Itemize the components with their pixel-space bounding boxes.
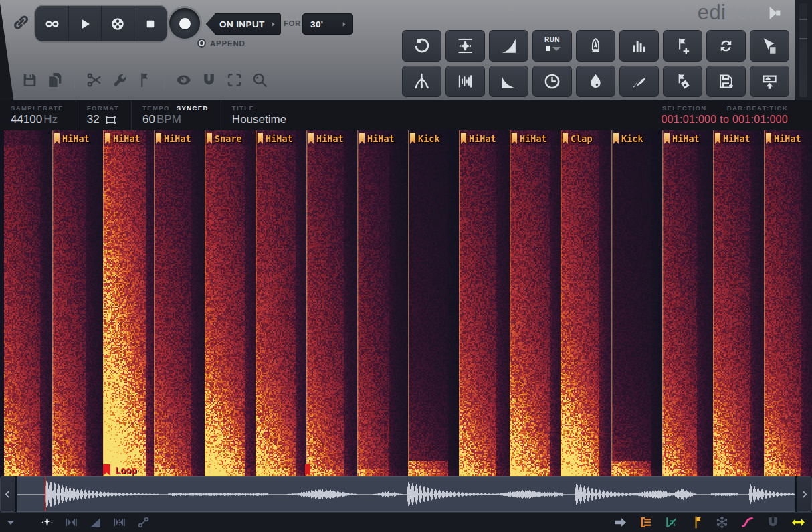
selection-label: SELECTION bbox=[662, 104, 707, 112]
region-marker-hihat[interactable]: HiHat bbox=[512, 133, 547, 144]
region-label: HiHat bbox=[723, 133, 750, 144]
region-marker-hihat[interactable]: HiHat bbox=[308, 133, 344, 144]
flag-button[interactable] bbox=[136, 72, 153, 88]
append-option[interactable]: APPEND bbox=[197, 39, 245, 48]
volume-slider[interactable] bbox=[795, 0, 812, 100]
slice-markers-icon bbox=[674, 72, 692, 90]
sample-title[interactable]: Housetime bbox=[232, 113, 286, 126]
region-marker-hihat[interactable]: HiHat bbox=[359, 133, 395, 144]
magnet-button[interactable] bbox=[201, 72, 217, 88]
edison-logo: edi son bbox=[698, 1, 784, 25]
resample-button[interactable] bbox=[706, 30, 746, 62]
run-script-button[interactable]: RUN bbox=[532, 30, 572, 62]
smooth-tool[interactable] bbox=[740, 515, 754, 529]
loop-flag-icon bbox=[103, 464, 110, 476]
marker-flag-icon bbox=[207, 133, 212, 144]
event-list[interactable] bbox=[639, 515, 653, 529]
loop-mode-button[interactable] bbox=[35, 6, 68, 41]
region-marker-hihat[interactable]: HiHat bbox=[715, 133, 750, 144]
region-marker-hihat[interactable]: HiHat bbox=[156, 133, 191, 144]
fade-out-button[interactable] bbox=[489, 66, 528, 97]
marker-flag[interactable] bbox=[690, 515, 704, 529]
region-marker-snare[interactable]: Snare bbox=[207, 133, 242, 144]
regions-tool[interactable] bbox=[664, 515, 678, 529]
eye-button[interactable] bbox=[175, 72, 192, 88]
samplerate-field: SAMPLERATE 44100Hz bbox=[8, 100, 76, 130]
declick-tool[interactable] bbox=[40, 515, 54, 529]
scroll-right-button[interactable] bbox=[797, 476, 812, 512]
region-label: HiHat bbox=[367, 133, 395, 144]
fade-out-icon bbox=[500, 72, 518, 90]
save-as-button[interactable] bbox=[706, 66, 746, 97]
trim-tool[interactable] bbox=[64, 515, 78, 529]
marker-flag-icon bbox=[766, 133, 771, 144]
record-mode-button[interactable]: ON INPUT bbox=[206, 13, 281, 35]
select-button[interactable] bbox=[226, 72, 243, 88]
brush-icon bbox=[630, 72, 648, 90]
marker-flag-icon bbox=[664, 133, 670, 144]
drag-sample-button[interactable] bbox=[750, 30, 789, 62]
spectrogram-view: HiHatHiHatHiHatSnareHiHatHiHatHiHatKickH… bbox=[0, 130, 812, 476]
blur-wave-button[interactable] bbox=[445, 66, 485, 97]
append-radio[interactable] bbox=[197, 39, 206, 48]
brush-button[interactable] bbox=[619, 66, 659, 97]
spectrum-icon bbox=[630, 37, 648, 55]
logo-text-son: son bbox=[726, 1, 760, 25]
region-label: HiHat bbox=[316, 133, 344, 144]
beat-detect-button[interactable] bbox=[576, 30, 615, 62]
stop-button[interactable] bbox=[134, 6, 167, 41]
scissors-button[interactable] bbox=[86, 72, 102, 88]
slice-markers-button[interactable] bbox=[663, 66, 702, 97]
format-value[interactable]: 32 bbox=[87, 113, 100, 126]
record-button[interactable] bbox=[169, 8, 200, 39]
normalize-button[interactable] bbox=[445, 30, 485, 62]
overview-waveform-canvas[interactable] bbox=[17, 476, 795, 512]
send-to-playlist-button[interactable] bbox=[750, 66, 789, 97]
volume-slider-track[interactable] bbox=[799, 3, 807, 97]
save-button[interactable] bbox=[21, 72, 38, 88]
fade-in-button[interactable] bbox=[489, 30, 528, 62]
seek-arrow[interactable] bbox=[613, 515, 627, 529]
snap-tool[interactable] bbox=[766, 515, 780, 529]
region-marker-kick[interactable]: Kick bbox=[613, 133, 643, 144]
region-marker-hihat[interactable]: HiHat bbox=[54, 133, 90, 144]
fade-tool[interactable] bbox=[88, 515, 102, 529]
tool-grid: RUN bbox=[402, 30, 793, 100]
spectrogram-canvas[interactable] bbox=[0, 130, 812, 476]
zoom-button[interactable] bbox=[251, 72, 268, 88]
spectrum-button[interactable] bbox=[619, 30, 659, 62]
region-label: HiHat bbox=[672, 133, 700, 144]
chevron-right-icon bbox=[270, 21, 277, 28]
region-marker-kick[interactable]: Kick bbox=[410, 133, 440, 144]
samplerate-value: 44100 bbox=[11, 113, 42, 126]
region-marker-clap[interactable]: Clap bbox=[563, 133, 593, 144]
region-marker-hihat[interactable]: HiHat bbox=[258, 133, 293, 144]
reverse-button[interactable] bbox=[402, 30, 441, 62]
region-marker-hihat[interactable]: HiHat bbox=[461, 133, 496, 144]
region-marker-hihat[interactable]: HiHat bbox=[105, 133, 140, 144]
droplet-button[interactable] bbox=[576, 66, 615, 97]
title-field: TITLE Housetime bbox=[221, 100, 298, 130]
options-chevron[interactable] bbox=[5, 517, 16, 528]
region-marker-hihat[interactable]: HiHat bbox=[766, 133, 801, 144]
preview-reel-button[interactable] bbox=[101, 6, 134, 41]
pan-arrows[interactable] bbox=[791, 515, 805, 529]
record-duration-button[interactable]: 30' bbox=[302, 13, 353, 35]
claw-button[interactable] bbox=[402, 66, 441, 97]
tempo-value[interactable]: 60 bbox=[142, 113, 155, 126]
link-icon[interactable] bbox=[11, 13, 31, 32]
trim-silence-tool[interactable] bbox=[112, 515, 126, 529]
copy-button[interactable] bbox=[47, 72, 64, 88]
loop-marker[interactable]: Loop bbox=[103, 464, 137, 476]
marker-flag-icon bbox=[258, 133, 263, 144]
add-marker-button[interactable] bbox=[663, 30, 702, 62]
link-points-tool[interactable] bbox=[136, 515, 150, 529]
freeze-tool[interactable] bbox=[715, 515, 729, 529]
time-clock-button[interactable] bbox=[532, 66, 572, 97]
region-label: Kick bbox=[418, 133, 440, 144]
wrench-button[interactable] bbox=[111, 72, 128, 88]
marker-flag-icon bbox=[461, 133, 466, 144]
region-marker-hihat[interactable]: HiHat bbox=[664, 133, 700, 144]
scroll-left-button[interactable] bbox=[0, 476, 15, 512]
play-button[interactable] bbox=[68, 6, 101, 41]
